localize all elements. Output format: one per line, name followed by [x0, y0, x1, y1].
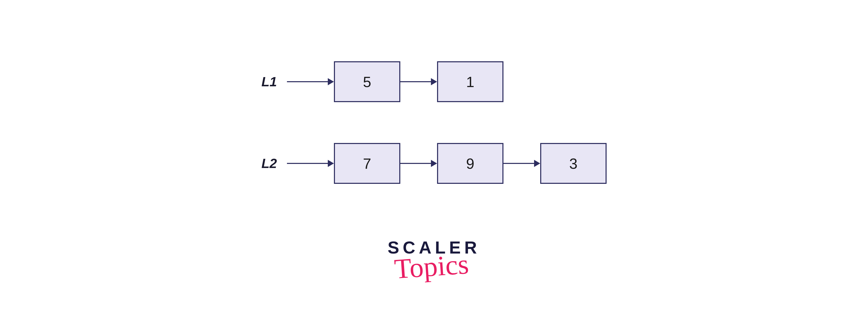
list-node: 3 [540, 143, 607, 184]
arrow-icon [400, 78, 437, 85]
list-node: 1 [437, 61, 503, 102]
scaler-topics-logo: SCALER Topics [388, 238, 480, 280]
list-node: 7 [334, 143, 400, 184]
list-node: 5 [334, 61, 400, 102]
list-label-l1: L1 [261, 74, 282, 89]
list-node: 9 [437, 143, 503, 184]
arrow-icon [503, 160, 540, 167]
arrow-icon [287, 78, 334, 85]
linked-list-row-l2: L2 7 9 3 [261, 143, 607, 184]
list-label-l2: L2 [261, 156, 282, 171]
logo-text-topics: Topics [394, 250, 470, 283]
arrow-icon [400, 160, 437, 167]
linked-list-row-l1: L1 5 1 [261, 61, 607, 102]
arrow-icon [287, 160, 334, 167]
linked-list-diagram: L1 5 1 L2 7 9 3 [261, 61, 607, 184]
